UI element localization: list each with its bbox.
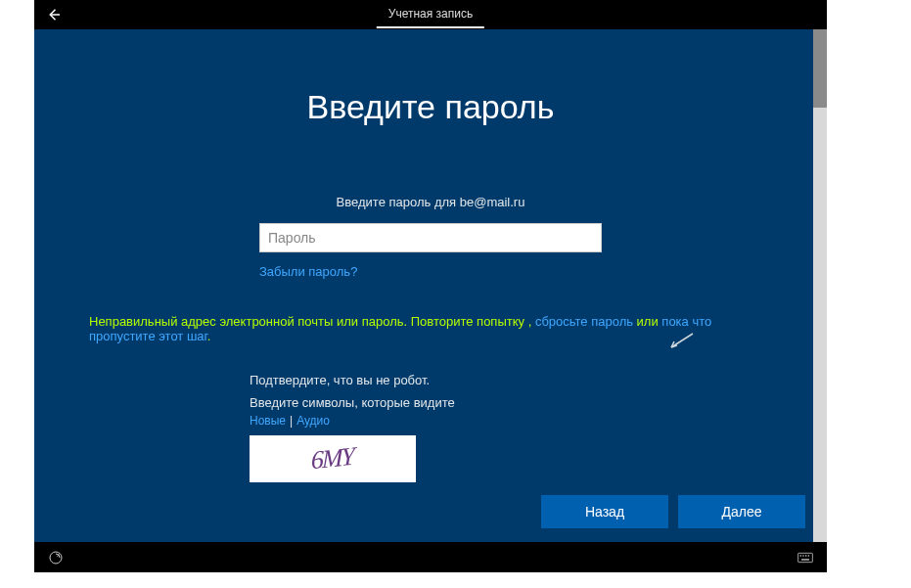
prompt-prefix: Введите пароль для — [337, 195, 460, 209]
page-title: Введите пароль — [83, 88, 778, 126]
captcha-text: 6MY — [312, 442, 354, 476]
ease-of-access-button[interactable] — [44, 546, 68, 569]
ease-of-access-icon — [48, 550, 64, 565]
prompt-email: be@mail.ru — [460, 195, 525, 209]
error-sep2: или — [633, 314, 661, 329]
content-area: Введите пароль Введите пароль для be@mai… — [34, 29, 827, 542]
reset-password-link[interactable]: сбросьте пароль — [535, 314, 633, 329]
error-message: Неправильный адрес электронной почты или… — [83, 314, 778, 343]
back-arrow-button[interactable] — [34, 0, 73, 29]
back-button[interactable]: Назад — [541, 495, 668, 528]
captcha-sep: | — [290, 414, 293, 428]
annotation-arrow-icon — [665, 332, 695, 351]
error-text: Неправильный адрес электронной почты или… — [89, 314, 524, 329]
svg-rect-1 — [798, 553, 813, 562]
captcha-image: 6MY — [250, 435, 416, 482]
content-inner: Введите пароль Введите пароль для be@mai… — [34, 29, 827, 542]
svg-rect-6 — [801, 559, 809, 560]
next-button[interactable]: Далее — [678, 495, 805, 528]
password-input[interactable] — [259, 223, 602, 252]
error-sep1: , — [524, 314, 535, 329]
header-tab-account: Учетная запись — [377, 1, 484, 28]
oobe-window: Учетная запись Введите пароль Введите па… — [34, 0, 827, 572]
svg-rect-4 — [805, 555, 806, 556]
captcha-links: Новые|Аудио — [250, 414, 778, 428]
keyboard-button[interactable] — [794, 546, 817, 569]
svg-rect-5 — [808, 555, 809, 556]
error-tail: . — [207, 329, 211, 343]
bottom-bar — [34, 542, 827, 572]
forgot-password-link[interactable]: Забыли пароль? — [259, 264, 602, 279]
captcha-new-link[interactable]: Новые — [250, 414, 286, 428]
password-prompt: Введите пароль для be@mail.ru — [83, 195, 778, 209]
button-row: Назад Далее — [541, 495, 805, 528]
captcha-section: Подтвердите, что вы не робот. Введите си… — [250, 373, 778, 482]
captcha-audio-link[interactable]: Аудио — [296, 414, 330, 428]
titlebar: Учетная запись — [34, 0, 827, 29]
svg-rect-2 — [800, 555, 801, 556]
keyboard-icon — [797, 550, 813, 565]
svg-rect-3 — [802, 555, 803, 556]
captcha-line1: Подтвердите, что вы не робот. — [250, 373, 778, 387]
back-arrow-icon — [45, 6, 63, 23]
captcha-line2: Введите символы, которые видите — [250, 395, 778, 410]
